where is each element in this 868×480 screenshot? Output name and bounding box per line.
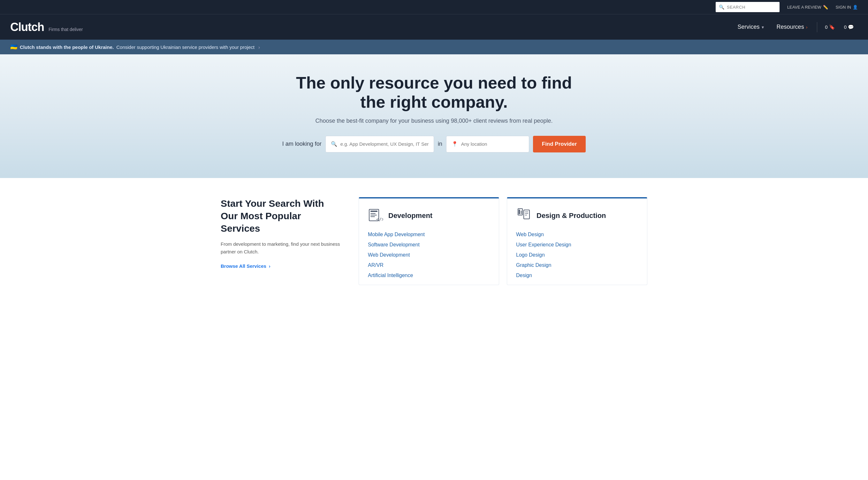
ukraine-banner: 🇺🇦 Clutch stands with the people of Ukra… bbox=[0, 40, 868, 54]
list-item: Web Development bbox=[368, 252, 490, 258]
hero-subtitle: Choose the best-fit company for your bus… bbox=[315, 118, 553, 124]
search-icon: 🔍 bbox=[719, 4, 724, 9]
provider-search-row: I am looking for 🔍 in 📍 Find Provider bbox=[282, 136, 586, 152]
svg-rect-7 bbox=[519, 210, 520, 214]
services-intro-title: Start Your Search With Our Most Popular … bbox=[221, 197, 342, 235]
design-link[interactable]: Design bbox=[516, 273, 532, 278]
list-item: Artificial Intelligence bbox=[368, 273, 490, 278]
service-search-input[interactable] bbox=[340, 141, 429, 147]
development-card-title: Development bbox=[388, 212, 432, 220]
svg-rect-1 bbox=[370, 211, 377, 212]
list-item: Graphic Design bbox=[516, 262, 638, 268]
services-intro: Start Your Search With Our Most Popular … bbox=[221, 197, 348, 269]
svg-rect-2 bbox=[370, 213, 376, 214]
main-nav: Clutch Firms that deliver Services ▾ Res… bbox=[0, 14, 868, 40]
development-card: </> Development Mobile App Development S… bbox=[359, 197, 499, 285]
hero-section: The only resource you need to find the r… bbox=[0, 54, 868, 178]
web-design-link[interactable]: Web Design bbox=[516, 232, 544, 237]
pencil-icon: ✏️ bbox=[823, 5, 828, 9]
list-item: User Experience Design bbox=[516, 242, 638, 248]
list-item: Logo Design bbox=[516, 252, 638, 258]
hero-title: The only resource you need to find the r… bbox=[290, 73, 578, 112]
service-cards-container: </> Development Mobile App Development S… bbox=[359, 197, 647, 285]
logo-design-link[interactable]: Logo Design bbox=[516, 252, 545, 258]
ukraine-chevron-icon: › bbox=[258, 44, 260, 50]
list-item: AR/VR bbox=[368, 262, 490, 268]
development-icon: </> bbox=[368, 207, 383, 224]
logo-tagline: Firms that deliver bbox=[49, 27, 83, 32]
list-item: Software Development bbox=[368, 242, 490, 248]
find-provider-button[interactable]: Find Provider bbox=[533, 136, 586, 152]
nav-items: Services ▾ Resources › 0 🔖 0 💬 bbox=[732, 21, 858, 33]
user-icon: 👤 bbox=[853, 5, 858, 9]
chevron-down-icon: ▾ bbox=[762, 25, 764, 30]
ukraine-bold-text: Clutch stands with the people of Ukraine… bbox=[20, 44, 114, 50]
message-icon: 💬 bbox=[848, 24, 854, 30]
svg-rect-8 bbox=[521, 211, 522, 214]
in-label: in bbox=[438, 141, 442, 147]
arrow-right-icon: › bbox=[269, 263, 271, 269]
logo-area: Clutch Firms that deliver bbox=[10, 21, 732, 34]
top-utility-bar: 🔍 LEAVE A REVIEW ✏️ SIGN IN 👤 bbox=[0, 0, 868, 14]
list-item: Design bbox=[516, 273, 638, 278]
service-search-box[interactable]: 🔍 bbox=[326, 136, 434, 152]
ar-vr-link[interactable]: AR/VR bbox=[368, 262, 383, 268]
bookmark-icon: 🔖 bbox=[829, 24, 835, 30]
svg-rect-4 bbox=[370, 216, 375, 217]
design-card-header: Design & Production bbox=[516, 207, 638, 224]
location-input[interactable] bbox=[461, 141, 524, 147]
list-item: Mobile App Development bbox=[368, 232, 490, 237]
nav-resources[interactable]: Resources › bbox=[771, 21, 813, 33]
design-card-title: Design & Production bbox=[536, 212, 606, 220]
messages-btn[interactable]: 0 💬 bbox=[840, 22, 858, 32]
nav-divider bbox=[817, 22, 817, 32]
search-service-icon: 🔍 bbox=[331, 141, 337, 147]
ukraine-flag: 🇺🇦 bbox=[10, 43, 17, 51]
location-pin-icon: 📍 bbox=[452, 141, 458, 147]
search-label: I am looking for bbox=[282, 141, 321, 147]
popular-services-section: Start Your Search With Our Most Popular … bbox=[211, 178, 657, 298]
browse-all-services-link[interactable]: Browse All Services › bbox=[221, 263, 342, 269]
leave-review-link[interactable]: LEAVE A REVIEW ✏️ bbox=[787, 5, 828, 9]
top-search-input[interactable] bbox=[727, 5, 776, 9]
svg-rect-3 bbox=[370, 215, 377, 215]
ukraine-link[interactable]: Consider supporting Ukrainian service pr… bbox=[116, 44, 254, 50]
development-card-list: Mobile App Development Software Developm… bbox=[368, 232, 490, 278]
design-card-list: Web Design User Experience Design Logo D… bbox=[516, 232, 638, 278]
design-icon bbox=[516, 207, 531, 224]
ux-design-link[interactable]: User Experience Design bbox=[516, 242, 571, 247]
mobile-app-dev-link[interactable]: Mobile App Development bbox=[368, 232, 425, 237]
svg-text:</>: </> bbox=[376, 217, 383, 222]
design-production-card: Design & Production Web Design User Expe… bbox=[507, 197, 647, 285]
list-item: Web Design bbox=[516, 232, 638, 237]
location-search-box[interactable]: 📍 bbox=[446, 136, 529, 152]
web-dev-link[interactable]: Web Development bbox=[368, 252, 410, 258]
development-card-header: </> Development bbox=[368, 207, 490, 224]
graphic-design-link[interactable]: Graphic Design bbox=[516, 262, 551, 268]
bookmarks-btn[interactable]: 0 🔖 bbox=[821, 22, 839, 32]
ai-link[interactable]: Artificial Intelligence bbox=[368, 273, 413, 278]
software-dev-link[interactable]: Software Development bbox=[368, 242, 420, 247]
sign-in-link[interactable]: SIGN IN 👤 bbox=[836, 5, 858, 9]
arrow-right-icon: › bbox=[806, 25, 808, 30]
nav-services[interactable]: Services ▾ bbox=[732, 21, 770, 33]
logo[interactable]: Clutch bbox=[10, 21, 44, 34]
svg-rect-9 bbox=[524, 210, 529, 219]
top-search-box[interactable]: 🔍 bbox=[716, 2, 779, 12]
services-intro-desc: From development to marketing, find your… bbox=[221, 240, 342, 256]
